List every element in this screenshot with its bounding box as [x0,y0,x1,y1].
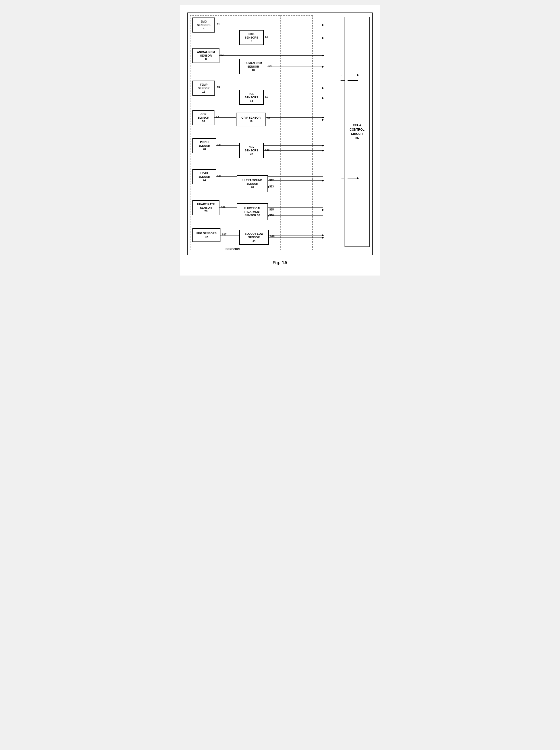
ekg-label: EKGSENSORS6 [245,32,258,43]
center-line [280,15,281,250]
ncv-sensors-box: NCVSENSORS22 [239,143,264,158]
page: EFA-2 CONTROL CIRCUIT 36 ← — ← [180,5,380,276]
fce-label: FCESENSORS14 [245,92,258,103]
eeg-sensors-box: EEG SENSORS32 [193,228,220,242]
svg-marker-12 [322,66,324,68]
svg-marker-27 [322,145,324,147]
heart-rate-label: HEART RATESENSOR28 [197,202,215,213]
svg-marker-3 [322,24,324,26]
electrical-treatment-sensor-box: ELECTRICALTREATMENTSENSOR 30 [237,203,268,220]
s15-label: S15 [269,208,274,211]
s12-label: S12 [269,179,274,182]
s6-label: S6 [265,96,268,98]
right-arrow-3: ← [341,176,345,181]
s9-label: S9 [217,144,220,146]
figure-caption: Fig. 1A [273,260,287,265]
temp-sensor-box: TEMPSENSOR12 [193,81,215,96]
sensors-label: SENSORS [225,248,240,251]
diagram: EFA-2 CONTROL CIRCUIT 36 ← — ← [187,13,373,255]
animal-rom-label: ANIMAL ROMSENSOR8 [197,50,215,61]
svg-marker-49 [322,234,324,236]
temp-label: TEMPSENSOR12 [198,83,209,94]
eeg-label: EEG SENSORS32 [196,232,217,239]
s1-label: S1 [217,23,220,26]
grip-label: GRIP SENSOR18 [241,116,260,123]
s3-label: S3 [220,54,223,56]
s11-label: S11 [217,175,221,177]
pinch-sensor-box: PINCHSENSOR20 [193,138,216,153]
ekg-sensors-box: EKGSENSORS6 [239,30,264,45]
fce-sensors-box: FCESENSORS14 [239,90,264,105]
human-rom-sensor-box: HUMAN ROMSENSOR10 [239,59,267,74]
level-label: LEVELSENSOR24 [198,172,210,182]
blood-flow-sensor-box: BLOOD FLOWSENSOR34 [239,230,269,245]
gsr-label: GSRSENSOR16 [198,112,209,123]
right-arrow-1: ← [341,73,345,78]
s13-label: S13 [269,185,274,188]
svg-marker-18 [322,97,324,99]
right-arrow-2: — [341,78,345,83]
svg-marker-15 [322,87,324,89]
control-circuit-label: EFA-2 CONTROL CIRCUIT 36 [349,123,364,140]
s17-label: S17 [222,233,226,236]
animal-rom-sensor-box: ANIMAL ROMSENSOR8 [193,48,219,63]
human-rom-label: HUMAN ROMSENSOR10 [244,61,262,72]
svg-marker-9 [322,55,324,57]
emg-label: EMGSENSORS4 [197,20,211,31]
svg-marker-6 [322,37,324,39]
svg-marker-24 [322,119,324,121]
level-sensor-box: LEVELSENSOR24 [193,169,216,184]
s14-label: S14 [221,206,225,209]
svg-marker-43 [322,209,324,211]
ncv-label: NCVSENSORS22 [245,145,258,156]
s7-label: S7 [216,116,219,118]
svg-marker-30 [322,150,324,152]
s18-label: S18 [270,235,275,237]
gsr-sensor-box: GSRSENSOR16 [193,110,215,125]
heart-rate-sensor-box: HEART RATESENSOR28 [193,200,219,215]
grip-sensor-box: GRIP SENSOR18 [236,113,266,126]
control-circuit-box: EFA-2 CONTROL CIRCUIT 36 [344,17,369,247]
s5-label: S5 [217,86,220,89]
s2-label: S2 [265,36,268,38]
pinch-label: PINCHSENSOR20 [198,140,210,151]
svg-marker-21 [322,117,324,119]
ultra-sound-sensor-box: ULTRA SOUNDSENSOR26 [237,175,268,192]
s10-label: S10 [265,149,269,152]
svg-marker-52 [322,237,324,239]
emg-sensors-box: EMGSENSORS4 [193,18,215,33]
s4-label: S4 [268,64,272,67]
ultra-sound-label: ULTRA SOUNDSENSOR26 [242,178,262,189]
svg-marker-35 [322,180,324,182]
blood-flow-label: BLOOD FLOWSENSOR34 [244,232,263,243]
s16-label: S16 [269,214,274,217]
electrical-treatment-label: ELECTRICALTREATMENTSENSOR 30 [244,206,261,217]
s8-label: S8 [267,117,270,120]
